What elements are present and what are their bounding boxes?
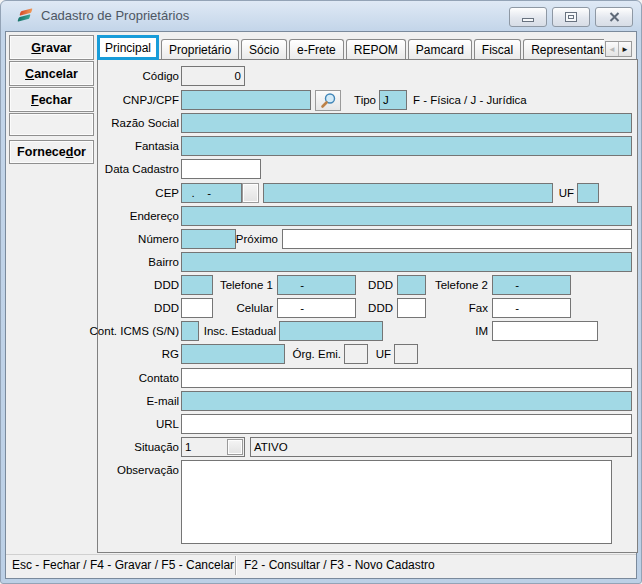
telefone1-label: Telefone 1	[220, 275, 273, 295]
close-button[interactable]	[595, 7, 633, 27]
rg-label: RG	[162, 344, 179, 364]
data-cadastro-field[interactable]	[181, 159, 261, 179]
tab-repom[interactable]: REPOM	[346, 39, 406, 60]
codigo-field[interactable]: 0	[181, 66, 245, 86]
im-field[interactable]	[492, 321, 598, 341]
observacao-label: Observação	[117, 460, 179, 480]
url-field[interactable]	[181, 414, 632, 434]
window-frame: Cadastro de Proprietários Gravar Cancela…	[0, 0, 642, 584]
tab-pamcard[interactable]: Pamcard	[408, 39, 472, 60]
situacao-status-field[interactable]: ATIVO	[250, 437, 632, 457]
fantasia-field[interactable]	[181, 136, 632, 156]
email-field[interactable]	[181, 391, 632, 411]
title-bar: Cadastro de Proprietários	[1, 1, 641, 31]
email-label: E-mail	[146, 391, 179, 411]
tipo-label: Tipo	[354, 90, 376, 110]
url-label: URL	[156, 414, 179, 434]
fax-field[interactable]: -	[492, 298, 571, 318]
fax-label: Fax	[469, 298, 488, 318]
cancelar-button[interactable]: Cancelar	[9, 61, 94, 86]
ddd1-label: DDD	[154, 275, 179, 295]
status-shortcuts-left: Esc - Fechar / F4 - Gravar / F5 - Cancel…	[12, 558, 234, 572]
minimize-button[interactable]	[509, 7, 547, 27]
uf2-field[interactable]	[394, 344, 418, 364]
razao-social-label: Razão Social	[111, 113, 179, 133]
observacao-textarea[interactable]	[181, 460, 612, 544]
ddd3-field[interactable]	[181, 298, 213, 318]
bairro-field[interactable]	[181, 252, 632, 272]
ddd4-label: DDD	[368, 298, 393, 318]
uf2-label: UF	[376, 344, 391, 364]
gravar-button[interactable]: Gravar	[9, 35, 94, 60]
tab-scroll-right-icon[interactable]: ►	[619, 42, 631, 56]
tab-socio[interactable]: Sócio	[241, 39, 287, 60]
ddd4-field[interactable]	[397, 298, 426, 318]
maximize-icon	[565, 12, 577, 22]
codigo-label: Código	[143, 66, 179, 86]
close-icon	[609, 12, 620, 22]
bairro-label: Bairro	[148, 252, 179, 272]
celular-label: Celular	[237, 298, 273, 318]
app-icon	[16, 8, 34, 24]
uf-field[interactable]	[577, 183, 599, 203]
cidade-field[interactable]	[263, 183, 553, 203]
uf-label: UF	[559, 183, 574, 203]
status-separator	[235, 556, 236, 575]
ddd2-label: DDD	[368, 275, 393, 295]
tab-proprietario[interactable]: Proprietário	[161, 39, 239, 60]
cep-label: CEP	[155, 183, 179, 203]
fantasia-label: Fantasia	[135, 136, 179, 156]
tab-e-frete[interactable]: e-Frete	[289, 39, 344, 60]
ddd2-field[interactable]	[397, 275, 426, 295]
telefone1-field[interactable]: -	[277, 275, 356, 295]
tipo-hint: F - Física / J - Jurídica	[413, 90, 527, 110]
tab-representante[interactable]: Representante	[523, 39, 604, 60]
search-icon	[320, 92, 337, 109]
cnpj-search-button[interactable]	[315, 90, 341, 111]
tab-fiscal[interactable]: Fiscal	[474, 39, 521, 60]
proximo-field[interactable]	[282, 229, 632, 249]
cnpj-field[interactable]	[181, 90, 311, 110]
im-label: IM	[475, 321, 488, 341]
endereco-label: Endereço	[130, 206, 179, 226]
tab-scroll-control: ◄ ►	[605, 41, 632, 57]
rg-field[interactable]	[181, 344, 285, 364]
tab-page-principal: Código 0 CNPJ/CPF Tipo J F - Física / J …	[97, 59, 638, 553]
cont-icms-field[interactable]	[181, 321, 199, 341]
blank-button[interactable]	[9, 113, 94, 136]
fornecedor-button[interactable]: Fornecedor	[9, 140, 94, 164]
status-bar: Esc - Fechar / F4 - Gravar / F5 - Cancel…	[6, 554, 636, 576]
org-emi-label: Órg. Emi.	[292, 344, 341, 364]
tab-scroll-left-icon[interactable]: ◄	[606, 42, 619, 56]
tab-principal[interactable]: Principal	[97, 35, 159, 60]
insc-estadual-label: Insc. Estadual	[204, 321, 276, 341]
cont-icms-label: Cont. ICMS (S/N)	[90, 321, 179, 341]
minimize-icon	[522, 18, 534, 22]
situacao-label: Situação	[134, 437, 179, 457]
client-area: Gravar Cancelar Fechar Fornecedor Princi…	[5, 31, 637, 579]
contato-label: Contato	[139, 368, 179, 388]
tipo-field[interactable]: J	[379, 90, 407, 110]
status-shortcuts-right: F2 - Consultar / F3 - Novo Cadastro	[244, 558, 435, 572]
endereco-field[interactable]	[181, 206, 632, 226]
numero-field[interactable]	[181, 229, 236, 249]
razao-social-field[interactable]	[181, 113, 632, 133]
telefone2-field[interactable]: -	[492, 275, 571, 295]
situacao-search-button[interactable]	[227, 439, 243, 455]
ddd1-field[interactable]	[181, 275, 213, 295]
telefone2-label: Telefone 2	[435, 275, 488, 295]
celular-field[interactable]: -	[277, 298, 356, 318]
fechar-button[interactable]: Fechar	[9, 87, 94, 112]
numero-label: Número	[138, 229, 179, 249]
window-title: Cadastro de Proprietários	[41, 8, 189, 23]
maximize-button[interactable]	[552, 7, 590, 27]
ddd3-label: DDD	[154, 298, 179, 318]
data-cadastro-label: Data Cadastro	[105, 159, 179, 179]
proximo-label: Próximo	[236, 229, 278, 249]
cep-field[interactable]: . -	[181, 183, 242, 203]
cep-search-button[interactable]	[242, 183, 259, 203]
cnpj-label: CNPJ/CPF	[123, 90, 179, 110]
org-emi-field[interactable]	[344, 344, 368, 364]
contato-field[interactable]	[181, 368, 632, 388]
insc-estadual-field[interactable]	[279, 321, 383, 341]
